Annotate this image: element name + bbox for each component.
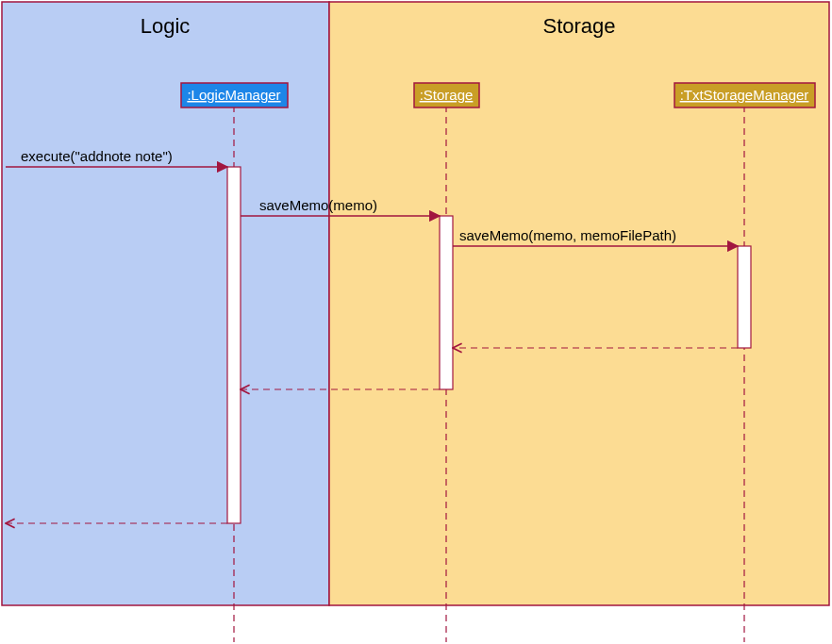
activation-logic-manager [227,167,241,523]
message-savememo-path-label: saveMemo(memo, memoFilePath) [459,227,676,243]
sequence-diagram: Logic Storage :LogicManager :Storage :Tx… [0,0,832,644]
object-storage: :Storage [414,83,479,107]
message-savememo-label: saveMemo(memo) [259,197,377,213]
object-logic-manager: :LogicManager [181,83,288,107]
message-execute-label: execute("addnote note") [21,148,173,164]
object-storage-label: :Storage [420,87,474,103]
partition-logic-title: Logic [141,14,191,38]
activation-txt-storage-manager [738,246,751,348]
partition-storage-title: Storage [542,14,615,38]
object-logic-manager-label: :LogicManager [187,87,280,103]
object-txt-storage-manager: :TxtStorageManager [674,83,815,107]
object-txt-storage-manager-label: :TxtStorageManager [680,87,809,103]
activation-storage [440,216,453,389]
